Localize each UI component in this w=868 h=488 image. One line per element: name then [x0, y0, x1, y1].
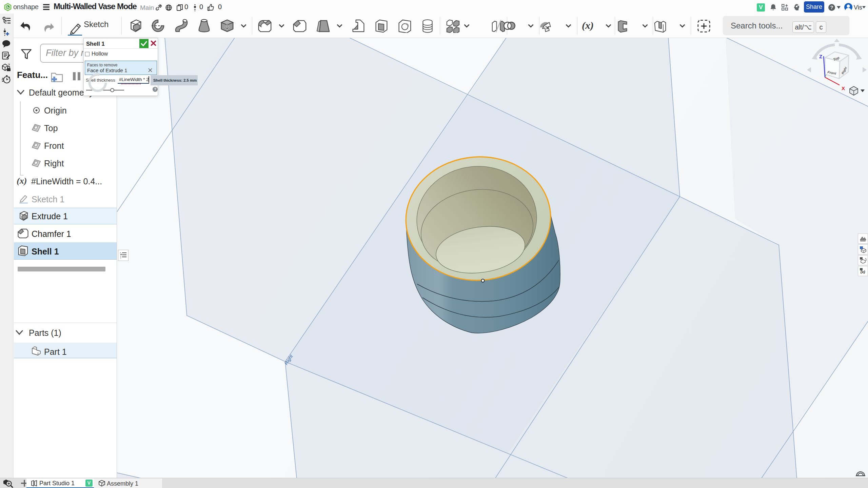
svg-text:Z: Z — [819, 54, 822, 59]
svg-text:(x): (x) — [861, 270, 865, 274]
svg-text:X: X — [842, 85, 845, 91]
